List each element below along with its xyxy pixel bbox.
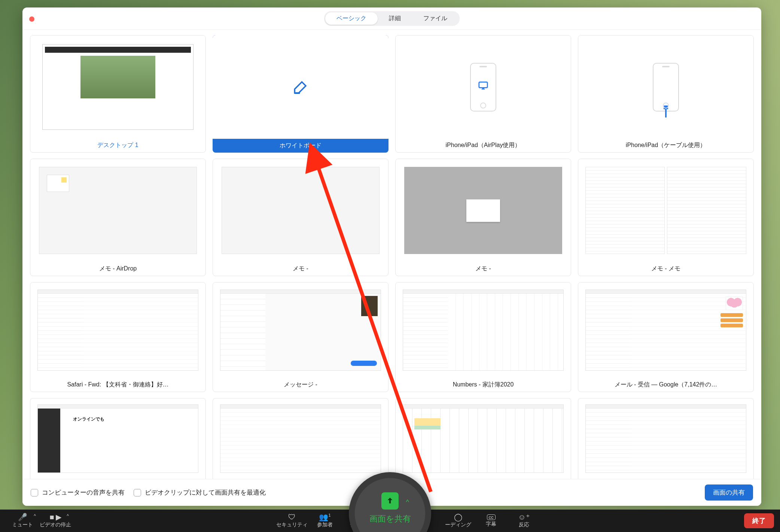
- checkbox-label: ビデオクリップに対して画面共有を最適化: [145, 488, 266, 497]
- tile-numbers[interactable]: Numbers - 家計簿2020: [395, 282, 571, 392]
- tab-segment: ベーシック 詳細 ファイル: [324, 11, 460, 26]
- checkbox-icon: [31, 489, 38, 496]
- tile-code[interactable]: [578, 398, 754, 479]
- tile-powerpoint[interactable]: オンラインでも: [30, 398, 206, 479]
- toolbar-video[interactable]: ■ ▶ ビデオの停止 ^: [39, 510, 72, 532]
- toolbar-label: ーディング: [445, 522, 471, 528]
- participants-icon: 👥1: [319, 513, 330, 521]
- thumb-whiteboard: [213, 35, 389, 139]
- tile-label: メッセージ -: [213, 378, 388, 392]
- checkbox-icon: [134, 489, 141, 496]
- dialog-header: ベーシック 詳細 ファイル: [22, 7, 761, 30]
- tile-memo-airdrop[interactable]: メモ - AirDrop: [30, 159, 206, 276]
- chevron-up-icon[interactable]: ^: [34, 513, 36, 519]
- tab-advanced[interactable]: 詳細: [378, 12, 412, 25]
- thumb-messages: [213, 282, 388, 378]
- toolbar-reactions[interactable]: ☺⁺ 反応: [508, 510, 540, 532]
- checkbox-label: コンピューターの音声を共有: [42, 488, 125, 497]
- tile-whiteboard[interactable]: ホワイトボード: [213, 35, 389, 153]
- tile-excel[interactable]: [395, 398, 571, 479]
- record-icon: ◯: [454, 513, 462, 521]
- cc-icon: cc: [487, 514, 496, 520]
- tile-printer[interactable]: [213, 398, 389, 479]
- thumb-memo: [578, 159, 753, 262]
- checkbox-optimize-video[interactable]: ビデオクリップに対して画面共有を最適化: [134, 488, 266, 497]
- thumb-safari: [30, 282, 205, 378]
- thumb-cable: [578, 36, 753, 138]
- microphone-icon: 🎤: [18, 513, 27, 521]
- chevron-up-icon[interactable]: ^: [406, 498, 409, 506]
- tile-memo-4[interactable]: メモ - メモ: [578, 159, 754, 276]
- tile-label: メモ -: [396, 262, 571, 276]
- tab-basic[interactable]: ベーシック: [325, 12, 378, 25]
- checkbox-share-audio[interactable]: コンピューターの音声を共有: [31, 488, 125, 497]
- svg-rect-0: [479, 82, 488, 88]
- tile-memo-2[interactable]: メモ -: [213, 159, 389, 276]
- share-button[interactable]: 画面の共有: [705, 484, 753, 501]
- tile-label: Numbers - 家計簿2020: [396, 378, 571, 392]
- thumb-ppt: オンラインでも: [30, 398, 205, 479]
- participants-count: 1: [328, 513, 330, 517]
- thumb-memo: [396, 159, 571, 262]
- share-screen-icon: ^: [381, 492, 399, 510]
- toolbar-label: 反応: [519, 522, 529, 528]
- thumb-code: [578, 398, 753, 479]
- end-meeting-button[interactable]: 終了: [744, 513, 774, 528]
- share-screen-dialog: ベーシック 詳細 ファイル デスクトップ 1 ホワイトボード: [22, 7, 761, 506]
- tile-label: メモ - メモ: [578, 262, 753, 276]
- thumb-printer: [213, 398, 388, 479]
- close-icon[interactable]: [29, 16, 34, 22]
- video-icon: ■ ▶: [49, 513, 61, 521]
- toolbar-label: セキュリティ: [276, 522, 308, 528]
- tile-label: メモ - AirDrop: [30, 262, 205, 276]
- share-source-grid: デスクトップ 1 ホワイトボード iPhone/iPad（AirPlay使用）: [22, 30, 761, 479]
- toolbar-label: 参加者: [317, 522, 333, 528]
- tab-file[interactable]: ファイル: [412, 12, 458, 25]
- toolbar-label: 字幕: [486, 521, 496, 528]
- tile-label: ホワイトボード: [213, 139, 389, 153]
- toolbar-mute[interactable]: 🎤 ミュート ^: [6, 510, 39, 532]
- thumb-memo: [30, 159, 205, 262]
- thumb-desktop: [30, 36, 205, 138]
- toolbar-label: ビデオの停止: [40, 522, 71, 528]
- tile-label: メール - 受信 — Google（7,142件の…: [578, 378, 753, 392]
- tile-iphone-cable[interactable]: iPhone/iPad（ケーブル使用）: [578, 35, 754, 153]
- reactions-icon: ☺⁺: [518, 513, 530, 521]
- tile-safari[interactable]: Safari - Fwd: 【文科省・御連絡】好…: [30, 282, 206, 392]
- thumb-airplay: [396, 36, 571, 138]
- tile-mail[interactable]: メール - 受信 — Google（7,142件の…: [578, 282, 754, 392]
- thumb-mail: [578, 282, 753, 378]
- ppt-slide-text: オンラインでも: [73, 416, 104, 422]
- tile-label: iPhone/iPad（AirPlay使用）: [396, 138, 571, 152]
- tile-desktop-1[interactable]: デスクトップ 1: [30, 35, 206, 153]
- cable-icon: [665, 108, 667, 117]
- toolbar-recording[interactable]: ◯ ーディング: [442, 510, 475, 532]
- toolbar-participants[interactable]: 👥1 参加者: [308, 510, 341, 532]
- toolbar-cc[interactable]: cc 字幕: [475, 510, 508, 532]
- pencil-icon: [293, 79, 308, 95]
- tile-label: デスクトップ 1: [30, 138, 205, 152]
- toolbar-security[interactable]: 🛡 セキュリティ: [275, 510, 308, 532]
- airplay-icon: [478, 80, 489, 93]
- thumb-excel: [396, 398, 571, 479]
- tile-label: メモ -: [213, 262, 388, 276]
- tile-messages[interactable]: メッセージ -: [213, 282, 389, 392]
- tile-iphone-airplay[interactable]: iPhone/iPad（AirPlay使用）: [395, 35, 571, 153]
- shield-icon: 🛡: [288, 513, 296, 521]
- toolbar-label: ミュート: [12, 522, 33, 528]
- tile-label: iPhone/iPad（ケーブル使用）: [578, 138, 753, 152]
- tile-label: Safari - Fwd: 【文科省・御連絡】好…: [30, 378, 205, 392]
- tile-memo-3[interactable]: メモ -: [395, 159, 571, 276]
- thumb-memo: [213, 159, 388, 262]
- chevron-up-icon[interactable]: ^: [67, 513, 69, 519]
- thumb-numbers: [396, 282, 571, 378]
- share-screen-label: 画面を共有: [369, 513, 411, 525]
